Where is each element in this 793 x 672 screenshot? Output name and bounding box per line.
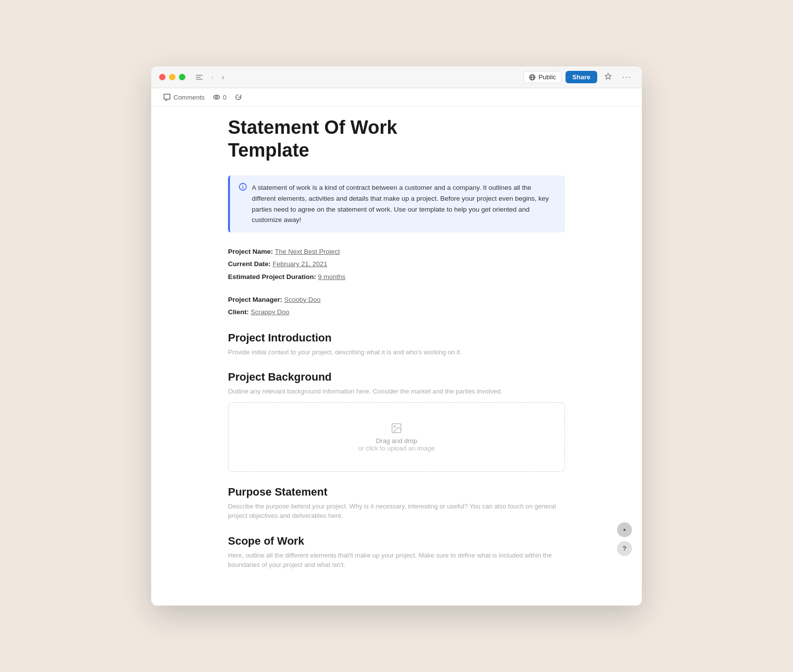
image-icon — [391, 422, 402, 434]
titlebar-right: Public Share ··· — [523, 70, 634, 84]
more-button[interactable]: ··· — [619, 70, 634, 84]
forward-button[interactable]: › — [220, 72, 226, 83]
current-date-value[interactable]: February 21, 2021 — [273, 260, 327, 268]
manager-value[interactable]: Scooby Doo — [284, 296, 321, 303]
dropzone-sub-text: or click to upload an image — [358, 445, 435, 452]
svg-point-7 — [214, 95, 220, 99]
star-icon — [604, 72, 612, 80]
traffic-lights — [159, 74, 185, 80]
intro-heading: Project Introduction — [228, 332, 565, 344]
document-content: Statement Of Work Template A statement o… — [198, 107, 595, 606]
svg-point-13 — [394, 426, 396, 427]
background-hint: Outline any relevant background informat… — [228, 387, 565, 396]
duration-value[interactable]: 9 months — [318, 273, 346, 280]
duration-row: Estimated Project Duration: 9 months — [228, 272, 565, 282]
project-name-value[interactable]: The Next Best Project — [275, 248, 340, 255]
dropzone-main-text: Drag and drop — [376, 437, 417, 445]
purpose-hint: Describe the purpose behind your project… — [228, 502, 565, 521]
eye-icon — [213, 93, 221, 101]
toolbar: Comments 0 — [151, 88, 642, 107]
svg-rect-2 — [196, 79, 203, 80]
star-button[interactable] — [601, 70, 615, 84]
maximize-button[interactable] — [179, 74, 185, 80]
globe-icon — [529, 74, 536, 81]
sidebar-toggle-button[interactable] — [193, 72, 205, 82]
info-box-text: A statement of work is a kind of contrac… — [252, 182, 556, 225]
background-heading: Project Background — [228, 371, 565, 384]
comments-button[interactable]: Comments — [163, 93, 205, 101]
svg-point-8 — [216, 96, 218, 98]
side-helper: ● ? — [617, 522, 632, 556]
close-button[interactable] — [159, 74, 166, 80]
public-label: Public — [538, 73, 556, 81]
people-meta: Project Manager: Scooby Doo Client: Scra… — [228, 294, 565, 318]
views-number: 0 — [223, 94, 227, 101]
refresh-icon — [234, 93, 242, 101]
scope-hint: Here, outline all the different elements… — [228, 551, 565, 570]
helper-dot-button[interactable]: ● — [617, 522, 632, 537]
image-dropzone[interactable]: Drag and drop or click to upload an imag… — [228, 402, 565, 472]
svg-point-11 — [242, 185, 243, 186]
manager-row: Project Manager: Scooby Doo — [228, 294, 565, 305]
comments-label: Comments — [173, 94, 205, 101]
project-name-row: Project Name: The Next Best Project — [228, 246, 565, 257]
svg-rect-0 — [196, 75, 203, 76]
minimize-button[interactable] — [169, 74, 175, 80]
client-row: Client: Scrappy Doo — [228, 307, 565, 318]
comment-icon — [163, 93, 171, 101]
current-date-row: Current Date: February 21, 2021 — [228, 259, 565, 270]
svg-rect-1 — [196, 77, 201, 78]
document-title: Statement Of Work Template — [228, 116, 565, 162]
titlebar-icons: ‹ › — [193, 72, 227, 83]
update-button[interactable] — [234, 93, 242, 101]
client-value[interactable]: Scrappy Doo — [251, 308, 289, 316]
info-icon — [239, 183, 247, 192]
svg-marker-6 — [605, 73, 611, 79]
public-button[interactable]: Public — [523, 71, 561, 83]
help-button[interactable]: ? — [617, 541, 632, 556]
info-box: A statement of work is a kind of contrac… — [228, 175, 565, 232]
intro-hint: Provide initial context to your project,… — [228, 347, 565, 357]
project-meta: Project Name: The Next Best Project Curr… — [228, 246, 565, 282]
purpose-heading: Purpose Statement — [228, 486, 565, 499]
share-button[interactable]: Share — [566, 71, 597, 83]
back-button[interactable]: ‹ — [209, 72, 216, 83]
titlebar: ‹ › Public Share ··· — [151, 66, 642, 88]
app-window: ‹ › Public Share ··· — [151, 66, 642, 606]
scope-heading: Scope of Work — [228, 535, 565, 548]
views-count: 0 — [213, 93, 227, 101]
